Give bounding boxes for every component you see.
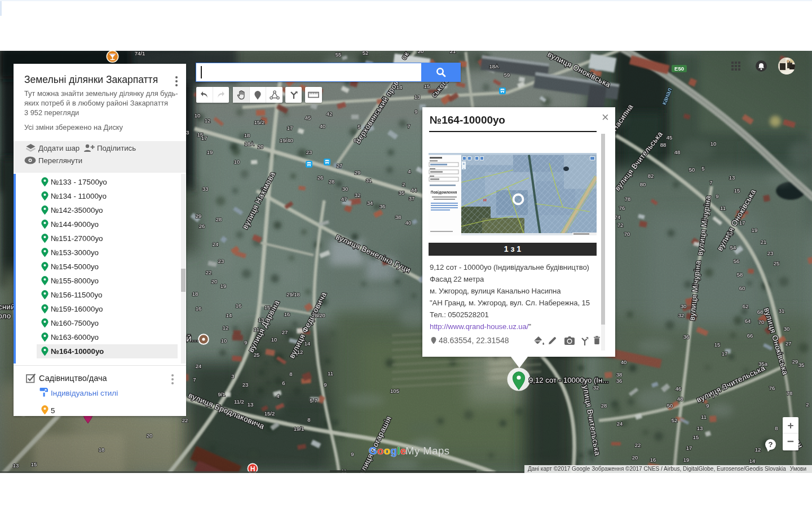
svg-text:52: 52 [363, 51, 369, 56]
svg-text:40: 40 [320, 123, 326, 129]
svg-text:23: 23 [242, 382, 249, 388]
svg-text:13: 13 [248, 401, 254, 408]
svg-text:6: 6 [354, 137, 356, 143]
svg-text:28: 28 [329, 178, 335, 185]
svg-text:22: 22 [635, 442, 641, 448]
svg-text:46: 46 [676, 386, 682, 392]
svg-text:28: 28 [216, 216, 222, 222]
svg-text:30: 30 [342, 186, 348, 192]
svg-text:28: 28 [601, 402, 607, 409]
svg-text:70: 70 [758, 319, 765, 325]
svg-text:5: 5 [722, 384, 725, 391]
svg-text:29/18: 29/18 [286, 291, 300, 297]
svg-text:13: 13 [13, 462, 19, 468]
svg-text:5: 5 [701, 165, 704, 172]
svg-text:20: 20 [147, 432, 153, 439]
svg-text:70: 70 [624, 231, 630, 237]
svg-text:78: 78 [625, 196, 631, 202]
svg-text:32: 32 [355, 192, 361, 198]
svg-text:74: 74 [615, 214, 621, 220]
svg-text:24: 24 [213, 241, 219, 247]
svg-text:E50: E50 [674, 65, 684, 72]
svg-text:15: 15 [424, 83, 430, 89]
svg-text:27: 27 [337, 163, 343, 169]
svg-text:30: 30 [784, 326, 790, 332]
svg-text:26: 26 [199, 223, 205, 229]
svg-text:15: 15 [714, 341, 721, 348]
svg-text:30: 30 [681, 303, 687, 309]
svg-text:19: 19 [220, 283, 227, 289]
svg-text:10: 10 [710, 141, 717, 147]
svg-text:20: 20 [258, 143, 264, 150]
svg-text:9: 9 [244, 339, 247, 345]
svg-text:52: 52 [727, 230, 733, 237]
svg-text:34: 34 [367, 200, 373, 206]
svg-text:38: 38 [616, 371, 623, 378]
svg-text:40: 40 [405, 220, 412, 226]
svg-text:4: 4 [276, 393, 279, 399]
svg-text:20: 20 [632, 454, 638, 461]
svg-text:12: 12 [205, 117, 211, 124]
svg-text:47: 47 [341, 196, 347, 202]
svg-text:55: 55 [336, 51, 342, 58]
svg-text:36: 36 [379, 203, 386, 209]
svg-text:21: 21 [761, 239, 767, 245]
svg-text:80: 80 [640, 181, 646, 187]
svg-text:36: 36 [616, 378, 623, 384]
svg-text:18: 18 [192, 291, 198, 297]
svg-text:29: 29 [792, 358, 798, 365]
svg-text:8: 8 [775, 425, 778, 431]
svg-text:My Maps: My Maps [405, 445, 450, 457]
svg-text:15/2: 15/2 [254, 119, 265, 125]
svg-text:11: 11 [254, 326, 259, 332]
svg-text:32: 32 [678, 312, 685, 318]
svg-text:4: 4 [408, 168, 411, 174]
svg-text:10: 10 [234, 159, 240, 165]
svg-text:5-7: 5-7 [310, 397, 317, 404]
svg-text:11: 11 [720, 205, 726, 211]
svg-text:45: 45 [305, 115, 311, 121]
svg-text:Й...: Й... [186, 335, 198, 343]
svg-text:24: 24 [617, 421, 623, 427]
svg-text:+: + [462, 162, 465, 166]
svg-text:17: 17 [686, 445, 692, 451]
svg-text:18А: 18А [245, 141, 255, 147]
svg-text:9,12 сот - 10000уо (Ін...: 9,12 сот - 10000уо (Ін... [529, 376, 608, 384]
svg-text:19: 19 [683, 457, 690, 463]
svg-text:88: 88 [660, 142, 667, 148]
svg-text:7: 7 [712, 393, 715, 399]
svg-text:54: 54 [730, 244, 736, 251]
svg-text:18: 18 [99, 446, 105, 453]
svg-text:15: 15 [31, 461, 37, 467]
svg-text:52: 52 [672, 417, 678, 423]
svg-text:14: 14 [226, 312, 232, 318]
svg-text:7: 7 [709, 179, 712, 186]
svg-text:оло: оло [0, 312, 11, 320]
svg-text:19/40: 19/40 [280, 137, 293, 143]
svg-text:14: 14 [396, 84, 403, 90]
svg-text:Google: Google [369, 445, 407, 457]
svg-text:74/1: 74/1 [135, 51, 145, 56]
svg-text:64: 64 [745, 318, 751, 324]
svg-text:76: 76 [619, 205, 625, 211]
svg-text:21: 21 [450, 51, 456, 54]
svg-text:29: 29 [355, 169, 361, 176]
svg-text:28/20: 28/20 [312, 312, 325, 318]
svg-text:17: 17 [201, 135, 208, 141]
svg-text:27: 27 [785, 340, 792, 347]
svg-text:12: 12 [223, 325, 229, 331]
svg-text:16: 16 [284, 311, 290, 317]
svg-text:50: 50 [667, 402, 673, 409]
svg-text:16: 16 [650, 457, 656, 463]
svg-text:25: 25 [254, 352, 260, 358]
svg-text:17: 17 [722, 351, 728, 357]
svg-text:19/1: 19/1 [294, 426, 304, 432]
svg-text:23: 23 [306, 149, 312, 155]
svg-text:66: 66 [747, 332, 753, 339]
svg-text:15: 15 [693, 434, 699, 440]
svg-text:37: 37 [409, 195, 415, 202]
svg-text:18: 18 [244, 132, 250, 138]
svg-text:20: 20 [211, 278, 218, 284]
svg-text:13: 13 [729, 174, 735, 181]
svg-text:9/1: 9/1 [218, 391, 225, 397]
